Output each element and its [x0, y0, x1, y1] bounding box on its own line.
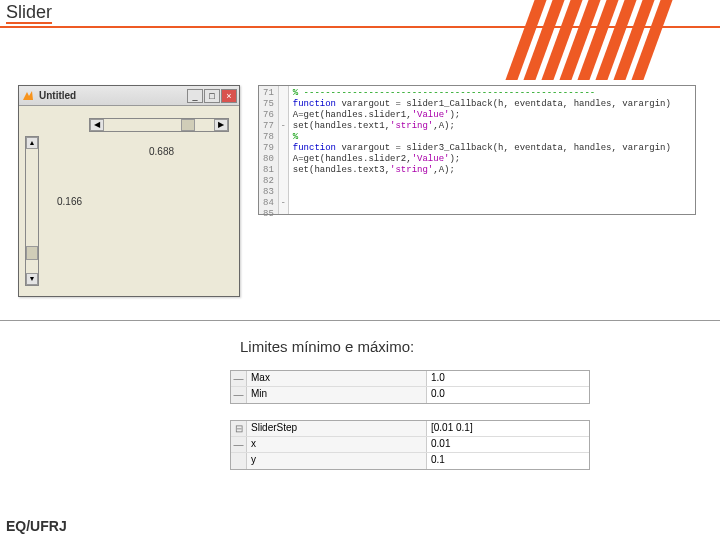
expand-icon[interactable]: [231, 453, 247, 469]
separator: [0, 320, 720, 321]
vertical-slider[interactable]: ▲ ▼: [25, 136, 39, 286]
figure-canvas: ◀ ▶ 0.688 ▲ ▼ 0.166: [19, 106, 239, 296]
slide-header: Slider: [0, 0, 720, 28]
property-label: y: [247, 453, 427, 469]
property-value[interactable]: 0.01: [427, 437, 589, 452]
minimize-button[interactable]: _: [187, 89, 203, 103]
property-row[interactable]: —x0.01: [231, 437, 589, 453]
horizontal-slider[interactable]: ◀ ▶: [89, 118, 229, 132]
slider-value-v: 0.166: [57, 196, 82, 207]
property-row[interactable]: ⊟SliderStep[0.01 0.1]: [231, 421, 589, 437]
window-titlebar[interactable]: Untitled _ □ ×: [19, 86, 239, 106]
property-value[interactable]: 0.0: [427, 387, 589, 403]
maximize-button[interactable]: □: [204, 89, 220, 103]
property-table-limits: —Max1.0—Min0.0: [230, 370, 590, 404]
slider-right-arrow[interactable]: ▶: [214, 119, 228, 131]
fold-gutter: --: [279, 86, 289, 214]
matlab-icon: [21, 89, 35, 103]
line-gutter: 717576777879808182838485: [259, 86, 279, 214]
expand-icon[interactable]: —: [231, 387, 247, 403]
property-row[interactable]: —Max1.0: [231, 371, 589, 387]
property-value[interactable]: 0.1: [427, 453, 589, 469]
property-value[interactable]: [0.01 0.1]: [427, 421, 589, 436]
expand-icon[interactable]: —: [231, 371, 247, 386]
property-label: x: [247, 437, 427, 452]
slider-value-h: 0.688: [149, 146, 174, 157]
property-row[interactable]: —Min0.0: [231, 387, 589, 403]
slider-track-v[interactable]: [26, 149, 38, 273]
property-table-sliderstep: ⊟SliderStep[0.01 0.1]—x0.01y0.1: [230, 420, 590, 470]
close-button[interactable]: ×: [221, 89, 237, 103]
slider-thumb-v[interactable]: [26, 246, 38, 260]
slider-left-arrow[interactable]: ◀: [90, 119, 104, 131]
code-editor[interactable]: 717576777879808182838485 -- % ----------…: [258, 85, 696, 215]
slider-thumb[interactable]: [181, 119, 195, 131]
expand-icon[interactable]: —: [231, 437, 247, 452]
property-label: Min: [247, 387, 427, 403]
code-text[interactable]: % --------------------------------------…: [289, 86, 675, 214]
slider-down-arrow[interactable]: ▼: [26, 273, 38, 285]
expand-icon[interactable]: ⊟: [231, 421, 247, 436]
footer-credit: EQ/UFRJ: [6, 518, 67, 534]
slider-up-arrow[interactable]: ▲: [26, 137, 38, 149]
slide-title: Slider: [6, 2, 52, 23]
property-value[interactable]: 1.0: [427, 371, 589, 386]
property-row[interactable]: y0.1: [231, 453, 589, 469]
property-label: SliderStep: [247, 421, 427, 436]
property-label: Max: [247, 371, 427, 386]
slider-track[interactable]: [104, 119, 214, 131]
limits-caption: Limites mínimo e máximo:: [240, 338, 414, 355]
matlab-figure-window: Untitled _ □ × ◀ ▶ 0.688 ▲: [18, 85, 240, 297]
window-title: Untitled: [39, 90, 186, 101]
